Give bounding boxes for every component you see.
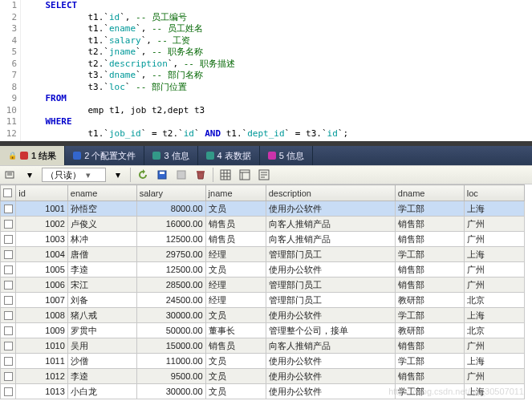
table-row[interactable]: 1009罗贯中50000.00董事长管理整个公司，接单教研部北京 <box>1 323 525 338</box>
cell-salary[interactable]: 30000.00 <box>136 384 205 399</box>
cell-dname[interactable]: 销售部 <box>395 369 464 384</box>
cell-dname[interactable]: 销售部 <box>395 262 464 277</box>
cell-description[interactable]: 管理整个公司，接单 <box>266 323 395 338</box>
cell-description[interactable]: 使用办公软件 <box>266 399 395 400</box>
text-view-button[interactable] <box>257 168 271 182</box>
cell-dname[interactable]: 学工部 <box>395 354 464 369</box>
dropdown-arrow[interactable]: ▾ <box>22 168 37 182</box>
table-row[interactable]: 1003林冲12500.00销售员向客人推销产品销售部广州 <box>1 232 525 247</box>
cell-loc[interactable]: 广州 <box>464 232 524 247</box>
table-row[interactable]: 1014关羽13000.00文员使用办公软件教研部北京 <box>1 399 525 400</box>
cell-ename[interactable]: 李逵 <box>67 262 136 277</box>
cell-dname[interactable]: 销售部 <box>395 277 464 293</box>
cell-salary[interactable]: 50000.00 <box>136 323 205 338</box>
cell-description[interactable]: 向客人推销产品 <box>266 338 395 354</box>
cell-jname[interactable]: 文员 <box>205 369 266 384</box>
table-row[interactable]: 1011沙僧11000.00文员使用办公软件学工部上海 <box>1 354 525 369</box>
grid-view-button[interactable] <box>218 168 233 182</box>
delete-button[interactable] <box>193 168 208 182</box>
row-checkbox[interactable] <box>1 293 16 308</box>
mode-dropdown[interactable]: （只读） <box>42 168 106 182</box>
cell-description[interactable]: 管理部门员工 <box>266 247 395 262</box>
cell-salary[interactable]: 16000.00 <box>136 217 205 232</box>
cell-loc[interactable]: 北京 <box>464 399 524 400</box>
table-row[interactable]: 1007刘备24500.00经理管理部门员工教研部北京 <box>1 293 525 308</box>
table-row[interactable]: 1013小白龙30000.00文员使用办公软件学工部上海 <box>1 384 525 399</box>
cell-dname[interactable]: 教研部 <box>395 293 464 308</box>
cell-ename[interactable]: 唐僧 <box>67 247 136 262</box>
cell-jname[interactable]: 文员 <box>205 308 266 323</box>
cell-id[interactable]: 1004 <box>16 247 67 262</box>
cell-jname[interactable]: 文员 <box>205 384 266 399</box>
cell-salary[interactable]: 8000.00 <box>136 201 205 217</box>
cell-jname[interactable]: 销售员 <box>205 232 266 247</box>
cell-ename[interactable]: 小白龙 <box>67 384 136 399</box>
cell-salary[interactable]: 24500.00 <box>136 293 205 308</box>
cell-description[interactable]: 管理部门员工 <box>266 293 395 308</box>
table-row[interactable]: 1006宋江28500.00经理管理部门员工销售部广州 <box>1 277 525 293</box>
cell-id[interactable]: 1001 <box>16 201 67 217</box>
cell-jname[interactable]: 文员 <box>205 354 266 369</box>
table-row[interactable]: 1005李逵12500.00文员使用办公软件销售部广州 <box>1 262 525 277</box>
cell-dname[interactable]: 教研部 <box>395 323 464 338</box>
tab-1[interactable]: 🔒1 结果 <box>0 146 65 165</box>
cell-jname[interactable]: 董事长 <box>205 323 266 338</box>
cell-ename[interactable]: 刘备 <box>67 293 136 308</box>
column-ename[interactable]: ename <box>67 185 136 201</box>
cell-jname[interactable]: 经理 <box>205 293 266 308</box>
column-id[interactable]: id <box>16 185 67 201</box>
cell-description[interactable]: 使用办公软件 <box>266 201 395 217</box>
cell-loc[interactable]: 上海 <box>464 354 524 369</box>
row-checkbox[interactable] <box>1 354 16 369</box>
tab-2[interactable]: 2 个配置文件 <box>65 146 144 165</box>
cell-salary[interactable]: 30000.00 <box>136 308 205 323</box>
cell-jname[interactable]: 文员 <box>205 399 266 400</box>
cell-ename[interactable]: 沙僧 <box>67 354 136 369</box>
cell-jname[interactable]: 文员 <box>205 201 266 217</box>
sql-editor[interactable]: 123456789101112 SELECT t1.`id`, -- 员工编号 … <box>0 0 532 141</box>
row-checkbox[interactable] <box>1 308 16 323</box>
cell-jname[interactable]: 经理 <box>205 277 266 293</box>
refresh-button[interactable] <box>136 168 150 182</box>
tab-5[interactable]: 5 信息 <box>260 146 313 165</box>
form-view-button[interactable] <box>238 168 252 182</box>
cell-loc[interactable]: 上海 <box>464 384 524 399</box>
result-grid-wrap[interactable]: idenamesalaryjnamedescriptiondnameloc100… <box>0 184 532 399</box>
cell-salary[interactable]: 29750.00 <box>136 247 205 262</box>
row-checkbox[interactable] <box>1 217 16 232</box>
cell-id[interactable]: 1002 <box>16 217 67 232</box>
save-button[interactable] <box>155 168 169 182</box>
result-grid[interactable]: idenamesalaryjnamedescriptiondnameloc100… <box>0 184 525 399</box>
cell-salary[interactable]: 13000.00 <box>136 399 205 400</box>
cell-ename[interactable]: 李逵 <box>67 369 136 384</box>
cell-ename[interactable]: 罗贯中 <box>67 323 136 338</box>
cell-loc[interactable]: 上海 <box>464 201 524 217</box>
row-checkbox[interactable] <box>1 232 16 247</box>
cell-jname[interactable]: 销售员 <box>205 217 266 232</box>
table-row[interactable]: 1008猪八戒30000.00文员使用办公软件学工部上海 <box>1 308 525 323</box>
cell-dname[interactable]: 销售部 <box>395 232 464 247</box>
cell-id[interactable]: 1008 <box>16 308 67 323</box>
cell-dname[interactable]: 教研部 <box>395 399 464 400</box>
row-checkbox[interactable] <box>1 369 16 384</box>
row-checkbox[interactable] <box>1 323 16 338</box>
cell-ename[interactable]: 宋江 <box>67 277 136 293</box>
cell-dname[interactable]: 学工部 <box>395 247 464 262</box>
cell-description[interactable]: 向客人推销产品 <box>266 217 395 232</box>
column-loc[interactable]: loc <box>464 185 524 201</box>
table-row[interactable]: 1002卢俊义16000.00销售员向客人推销产品销售部广州 <box>1 217 525 232</box>
cell-description[interactable]: 使用办公软件 <box>266 262 395 277</box>
column-description[interactable]: description <box>266 185 395 201</box>
row-checkbox[interactable] <box>1 399 16 400</box>
table-row[interactable]: 1012李逵9500.00文员使用办公软件销售部广州 <box>1 369 525 384</box>
cell-dname[interactable]: 学工部 <box>395 384 464 399</box>
cell-jname[interactable]: 经理 <box>205 247 266 262</box>
cell-id[interactable]: 1006 <box>16 277 67 293</box>
cell-loc[interactable]: 广州 <box>464 217 524 232</box>
cell-loc[interactable]: 北京 <box>464 293 524 308</box>
cell-id[interactable]: 1011 <box>16 354 67 369</box>
row-checkbox[interactable] <box>1 338 16 354</box>
cell-salary[interactable]: 28500.00 <box>136 277 205 293</box>
cell-ename[interactable]: 卢俊义 <box>67 217 136 232</box>
cell-ename[interactable]: 林冲 <box>67 232 136 247</box>
